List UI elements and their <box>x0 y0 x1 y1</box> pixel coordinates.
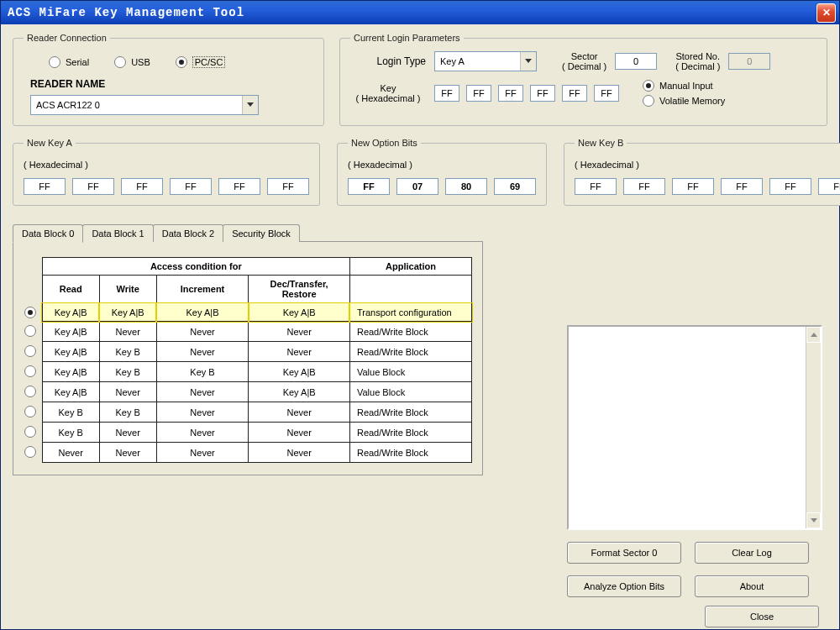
access-row-radio[interactable] <box>24 402 42 423</box>
access-cell: Read/Write Block <box>349 443 471 463</box>
access-cell: Never <box>156 342 249 362</box>
access-cell: Key A|B <box>249 362 350 382</box>
nkb-3[interactable] <box>721 178 763 195</box>
access-row-radio[interactable] <box>24 362 42 382</box>
access-row-radio[interactable] <box>24 303 42 322</box>
scrollbar[interactable] <box>806 327 821 528</box>
reader-name-combo[interactable]: ACS ACR122 0 <box>30 95 259 115</box>
close-button[interactable]: Close <box>705 606 819 627</box>
login-params-group: Current Login Parameters Login Type Key … <box>339 33 827 126</box>
tab-data-block-2[interactable]: Data Block 2 <box>153 224 223 242</box>
tab-data-block-0[interactable]: Data Block 0 <box>13 224 83 243</box>
access-cell: Never <box>156 443 249 463</box>
about-button[interactable]: About <box>695 575 809 597</box>
key-byte-5[interactable] <box>594 85 619 102</box>
nob-3[interactable] <box>494 178 536 195</box>
nka-2[interactable] <box>121 178 163 195</box>
access-cell: Transport configuration <box>349 303 471 322</box>
client-area: Reader Connection Serial USB PC/SC READE… <box>1 24 839 629</box>
nka-4[interactable] <box>218 178 260 195</box>
nob-2[interactable] <box>445 178 487 195</box>
nka-1[interactable] <box>72 178 114 195</box>
login-key-bytes <box>434 85 619 102</box>
scroll-down-icon[interactable] <box>806 512 821 528</box>
access-cell: Never <box>249 322 350 342</box>
nkb-0[interactable] <box>575 178 617 195</box>
radio-manual-input[interactable]: Manual Input <box>643 80 725 92</box>
tab-panel: Access condition for Application Read Wr… <box>13 241 483 475</box>
tab-security-block[interactable]: Security Block <box>223 224 300 242</box>
access-cell: Never <box>156 322 249 342</box>
access-cell: Read/Write Block <box>349 423 471 443</box>
access-cell: Never <box>249 443 350 463</box>
radio-usb[interactable]: USB <box>114 56 150 68</box>
sector-input[interactable] <box>615 53 657 70</box>
close-icon: ✕ <box>822 7 831 18</box>
access-cell: Never <box>249 342 350 362</box>
access-cell: Key B <box>99 342 156 362</box>
radio-volatile-memory[interactable]: Volatile Memory <box>643 95 725 107</box>
access-row-radio[interactable] <box>24 423 42 443</box>
radio-pcsc[interactable]: PC/SC <box>176 56 226 68</box>
window-close-button[interactable]: ✕ <box>816 3 836 23</box>
access-row-radio[interactable] <box>24 382 42 402</box>
tab-data-block-1[interactable]: Data Block 1 <box>82 224 153 242</box>
nkb-1[interactable] <box>623 178 665 195</box>
access-cell: Read/Write Block <box>349 342 471 362</box>
nka-0[interactable] <box>24 178 66 195</box>
login-legend: Current Login Parameters <box>350 33 464 43</box>
access-cell: Key A|B <box>42 362 99 382</box>
key-byte-3[interactable] <box>530 85 555 102</box>
key-byte-0[interactable] <box>434 85 459 102</box>
format-sector-button[interactable]: Format Sector 0 <box>567 542 681 564</box>
access-row: Key A|BKey BKey BKey A|BValue Block <box>24 362 472 382</box>
access-row-radio[interactable] <box>24 342 42 362</box>
nkb-4[interactable] <box>769 178 811 195</box>
access-row-radio[interactable] <box>24 322 42 342</box>
nkb-5[interactable] <box>818 178 840 195</box>
scroll-up-icon[interactable] <box>806 327 821 343</box>
access-row-radio[interactable] <box>24 443 42 463</box>
access-table: Access condition for Application Read Wr… <box>24 257 472 463</box>
key-byte-2[interactable] <box>498 85 523 102</box>
key-byte-4[interactable] <box>562 85 587 102</box>
login-type-combo[interactable]: Key A <box>434 51 537 71</box>
chevron-down-icon <box>242 96 258 114</box>
log-textarea[interactable] <box>567 325 822 530</box>
titlebar: ACS MiFare Key Management Tool ✕ <box>1 1 839 24</box>
access-row: Key A|BKey A|BKey A|BKey A|BTransport co… <box>24 303 472 322</box>
access-row: Key A|BNeverNeverKey A|BValue Block <box>24 382 472 402</box>
access-cell: Key A|B <box>42 322 99 342</box>
nob-1[interactable] <box>396 178 438 195</box>
access-cell: Read/Write Block <box>349 322 471 342</box>
access-cell: Key A|B <box>42 342 99 362</box>
stored-no-input <box>728 53 770 70</box>
new-option-bits-group: New Option Bits ( Hexadecimal ) <box>337 138 547 206</box>
access-cell: Key A|B <box>42 303 99 322</box>
access-cell: Read/Write Block <box>349 402 471 423</box>
access-cell: Never <box>99 382 156 402</box>
nka-3[interactable] <box>170 178 212 195</box>
nob-0[interactable] <box>348 178 390 195</box>
access-cell: Key A|B <box>249 303 350 322</box>
access-row: Key A|BNeverNeverNeverRead/Write Block <box>24 322 472 342</box>
window-title: ACS MiFare Key Management Tool <box>8 6 244 19</box>
chevron-down-icon <box>520 52 536 71</box>
access-cell: Never <box>42 443 99 463</box>
key-byte-1[interactable] <box>466 85 491 102</box>
radio-serial[interactable]: Serial <box>49 56 89 68</box>
reader-connection-group: Reader Connection Serial USB PC/SC READE… <box>13 33 324 126</box>
access-row: Key BNeverNeverNeverRead/Write Block <box>24 423 472 443</box>
access-cell: Key B <box>99 402 156 423</box>
nka-5[interactable] <box>267 178 309 195</box>
access-cell: Value Block <box>349 362 471 382</box>
clear-log-button[interactable]: Clear Log <box>695 542 809 564</box>
nkb-2[interactable] <box>672 178 714 195</box>
access-cell: Never <box>99 322 156 342</box>
access-cell: Key B <box>99 362 156 382</box>
new-key-a-group: New Key A ( Hexadecimal ) <box>13 138 320 206</box>
access-cell: Key B <box>156 362 249 382</box>
access-cell: Value Block <box>349 382 471 402</box>
analyze-option-bits-button[interactable]: Analyze Option Bits <box>567 575 681 597</box>
access-cell: Never <box>249 402 350 423</box>
